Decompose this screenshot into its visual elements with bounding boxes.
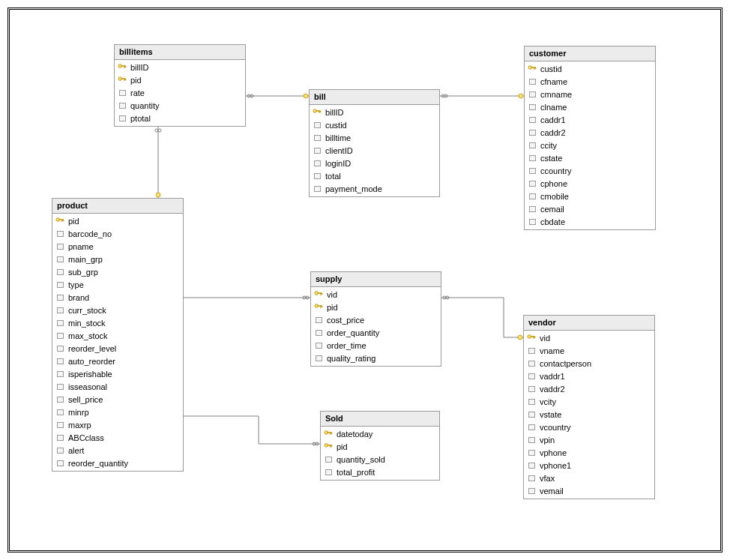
column-row[interactable]: pid bbox=[52, 214, 183, 227]
column-row[interactable]: cbdate bbox=[525, 215, 655, 228]
column-row[interactable]: total_profit bbox=[321, 466, 439, 478]
column-row[interactable]: sub_grp bbox=[52, 265, 183, 278]
entity-product[interactable]: productpidbarcode_nopnamemain_grpsub_grp… bbox=[52, 198, 184, 472]
column-row[interactable]: pid bbox=[311, 301, 441, 313]
column-row[interactable]: isperishable bbox=[52, 367, 183, 380]
column-row[interactable]: billID bbox=[310, 106, 439, 118]
column-row[interactable]: reorder_quantity bbox=[52, 457, 183, 469]
column-row[interactable]: pid bbox=[321, 440, 439, 453]
column-row[interactable]: max_stock bbox=[52, 329, 183, 342]
column-row[interactable]: payment_mode bbox=[310, 182, 439, 195]
column-row[interactable]: isseasonal bbox=[52, 380, 183, 393]
entity-billitems[interactable]: billitemsbillIDpidratequantityptotal bbox=[114, 44, 246, 127]
column-row[interactable]: billtime bbox=[310, 131, 439, 144]
entity-title[interactable]: vendor bbox=[524, 316, 654, 331]
column-row[interactable]: total bbox=[310, 169, 439, 182]
entity-sold[interactable]: Solddatetodaypidquantity_soldtotal_profi… bbox=[320, 411, 440, 481]
column-row[interactable]: barcode_no bbox=[52, 227, 183, 240]
entity-title[interactable]: product bbox=[52, 199, 183, 214]
column-row[interactable]: caddr2 bbox=[525, 126, 655, 139]
column-row[interactable]: cphone bbox=[525, 177, 655, 190]
column-row[interactable]: sell_price bbox=[52, 393, 183, 406]
column-row[interactable]: brand bbox=[52, 291, 183, 304]
column-row[interactable]: vphone1 bbox=[524, 459, 654, 472]
entity-title[interactable]: billitems bbox=[115, 45, 245, 60]
column-row[interactable]: vfax bbox=[524, 472, 654, 484]
column-row[interactable]: cstate bbox=[525, 151, 655, 164]
column-row[interactable]: vid bbox=[311, 288, 441, 301]
column-row[interactable]: auto_reorder bbox=[52, 355, 183, 367]
column-row[interactable]: cmobile bbox=[525, 190, 655, 202]
column-row[interactable]: cmname bbox=[525, 88, 655, 100]
column-row[interactable]: vaddr1 bbox=[524, 370, 654, 382]
column-row[interactable]: pname bbox=[52, 240, 183, 253]
column-row[interactable]: billID bbox=[115, 61, 245, 73]
column-row[interactable]: vemail bbox=[524, 484, 654, 497]
column-row[interactable]: cost_price bbox=[311, 313, 441, 326]
column-row[interactable]: contactperson bbox=[524, 357, 654, 370]
column-row[interactable]: cemail bbox=[525, 202, 655, 215]
column-row[interactable]: vid bbox=[524, 331, 654, 344]
column-row[interactable]: pid bbox=[115, 73, 245, 86]
column-row[interactable]: loginID bbox=[310, 157, 439, 169]
column-row[interactable]: order_quantity bbox=[311, 326, 441, 339]
column-name: payment_mode bbox=[322, 184, 382, 193]
column-row[interactable]: quantity_sold bbox=[321, 453, 439, 466]
entity-title[interactable]: bill bbox=[310, 90, 439, 105]
column-row[interactable]: alert bbox=[52, 444, 183, 457]
column-row[interactable]: custid bbox=[310, 118, 439, 131]
entity-title[interactable]: supply bbox=[311, 272, 441, 287]
column-row[interactable]: vstate bbox=[524, 408, 654, 421]
column-row[interactable]: vaddr2 bbox=[524, 382, 654, 395]
entity-columns: custidcfnamecmnameclnamecaddr1caddr2ccit… bbox=[525, 61, 655, 229]
entity-bill[interactable]: billbillIDcustidbilltimeclientIDloginIDt… bbox=[309, 89, 440, 197]
column-row[interactable]: vphone bbox=[524, 446, 654, 459]
column-row[interactable]: min_stock bbox=[52, 316, 183, 329]
column-row[interactable]: rate bbox=[115, 86, 245, 99]
column-name: total_profit bbox=[334, 468, 375, 477]
column-row[interactable]: ABCclass bbox=[52, 431, 183, 444]
column-row[interactable]: reorder_level bbox=[52, 342, 183, 355]
column-icon bbox=[117, 101, 127, 110]
entity-supply[interactable]: supplyvidpidcost_priceorder_quantityorde… bbox=[310, 271, 441, 367]
column-row[interactable]: main_grp bbox=[52, 253, 183, 265]
column-row[interactable]: type bbox=[52, 278, 183, 291]
entity-customer[interactable]: customercustidcfnamecmnameclnamecaddr1ca… bbox=[524, 46, 656, 230]
column-row[interactable]: quantity bbox=[115, 99, 245, 112]
column-row[interactable]: cfname bbox=[525, 75, 655, 88]
column-row[interactable]: vname bbox=[524, 344, 654, 357]
column-row[interactable]: minrp bbox=[52, 406, 183, 418]
column-row[interactable]: curr_stock bbox=[52, 304, 183, 316]
column-name: sell_price bbox=[65, 395, 103, 404]
column-row[interactable]: quality_rating bbox=[311, 352, 441, 364]
entity-title[interactable]: Sold bbox=[321, 412, 439, 427]
column-row[interactable]: clname bbox=[525, 100, 655, 113]
column-row[interactable]: vcountry bbox=[524, 421, 654, 433]
column-row[interactable]: clientID bbox=[310, 144, 439, 157]
column-name: cmname bbox=[537, 90, 572, 99]
column-row[interactable]: ccity bbox=[525, 139, 655, 151]
column-row[interactable]: vcity bbox=[524, 395, 654, 408]
entity-title[interactable]: customer bbox=[525, 46, 655, 61]
column-name: cost_price bbox=[324, 316, 364, 325]
svg-rect-56 bbox=[331, 445, 331, 447]
column-icon bbox=[312, 146, 322, 155]
column-row[interactable]: ptotal bbox=[115, 112, 245, 124]
column-row[interactable]: maxrp bbox=[52, 418, 183, 431]
column-icon bbox=[55, 255, 65, 264]
column-icon bbox=[55, 395, 65, 404]
column-row[interactable]: caddr1 bbox=[525, 113, 655, 126]
svg-rect-45 bbox=[322, 306, 322, 307]
svg-rect-24 bbox=[124, 79, 125, 80]
column-row[interactable]: vpin bbox=[524, 433, 654, 446]
svg-rect-53 bbox=[331, 433, 332, 433]
column-name: vaddr2 bbox=[537, 385, 565, 394]
column-row[interactable]: datetoday bbox=[321, 427, 439, 440]
column-icon bbox=[526, 436, 537, 445]
column-name: caddr2 bbox=[537, 128, 566, 137]
column-row[interactable]: ccountry bbox=[525, 164, 655, 177]
column-row[interactable]: order_time bbox=[311, 339, 441, 352]
column-icon bbox=[526, 372, 537, 381]
column-row[interactable]: custid bbox=[525, 62, 655, 75]
entity-vendor[interactable]: vendorvidvnamecontactpersonvaddr1vaddr2v… bbox=[523, 315, 655, 499]
